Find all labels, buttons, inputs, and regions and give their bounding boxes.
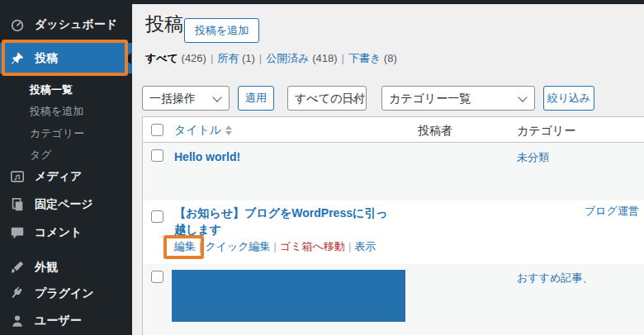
post-title-link[interactable]: Hello world!: [174, 149, 240, 165]
wordpress-admin-screen: ダッシュボード 投稿 投稿一覧 投稿を追加 カテゴリー タグ メディア: [0, 0, 644, 335]
select-row-checkbox[interactable]: [151, 149, 163, 162]
dates-filter-select[interactable]: すべての日付: [287, 86, 367, 111]
redacted-post-title-block[interactable]: [172, 270, 405, 322]
sidebar-item-posts[interactable]: 投稿: [0, 43, 132, 73]
filter-draft-link[interactable]: 下書き: [348, 52, 381, 64]
post-category-link[interactable]: 未分類: [517, 150, 549, 165]
filter-all-count: (426): [182, 52, 206, 64]
select-all-checkbox[interactable]: [151, 124, 163, 136]
pushpin-icon: [9, 50, 26, 67]
plugin-icon: [9, 285, 26, 302]
filter-draft-count: (8): [384, 52, 397, 64]
posts-list-page: 投稿 投稿を追加 すべて (426)|所有 (1)|公開済み (418)|下書き…: [132, 4, 644, 335]
sidebar-subitem-categories[interactable]: カテゴリー: [30, 124, 84, 144]
post-category-link[interactable]: おすすめ記事、: [517, 271, 593, 285]
post-category-link[interactable]: ブログ運営: [585, 204, 639, 219]
submenu-label: 投稿一覧: [30, 83, 73, 97]
sidebar-item-label: プラグイン: [35, 286, 94, 301]
select-row-checkbox[interactable]: [151, 271, 163, 283]
sidebar-item-media[interactable]: メディア: [0, 163, 132, 191]
column-header-category: カテゴリー: [517, 124, 575, 139]
row-actions: 編集|クイック編集|ゴミ箱へ移動|表示: [174, 239, 376, 254]
filter-separator: |: [206, 52, 217, 64]
sidebar-item-plugins[interactable]: プラグイン: [0, 280, 132, 308]
filter-mine-link[interactable]: 所有: [217, 52, 239, 64]
bulk-actions-select[interactable]: 一括操作: [142, 86, 230, 111]
column-title-label: タイトル: [174, 123, 221, 138]
post-title-link[interactable]: 【お知らせ】ブログをWordPressに引っ越します: [174, 205, 399, 238]
sidebar-item-comments[interactable]: コメント: [0, 219, 132, 247]
media-icon: [9, 168, 26, 185]
trash-link[interactable]: ゴミ箱へ移動: [280, 240, 345, 252]
sidebar-item-label: 固定ページ: [35, 197, 93, 212]
filter-button[interactable]: 絞り込み: [543, 86, 594, 111]
table-row: Hello world! 未分類: [143, 143, 644, 201]
categories-filter-select[interactable]: カテゴリー一覧: [381, 86, 535, 111]
current-menu-arrow-icon: [124, 53, 131, 64]
filter-separator: |: [255, 52, 266, 64]
admin-bar: [0, 0, 644, 4]
sidebar-item-label: 外観: [35, 260, 58, 275]
sidebar-item-label: ユーザー: [35, 314, 82, 328]
sidebar-subitem-add-post[interactable]: 投稿を追加: [30, 101, 83, 121]
apply-button[interactable]: 適用: [238, 86, 274, 111]
table-row: おすすめ記事、: [143, 264, 644, 335]
action-separator: |: [271, 240, 280, 252]
filter-separator: |: [338, 52, 348, 64]
edit-link[interactable]: 編集: [174, 240, 196, 252]
sidebar-item-appearance[interactable]: 外観: [0, 253, 132, 281]
filter-mine-count: (1): [242, 52, 255, 64]
action-separator: |: [196, 240, 205, 252]
action-separator: |: [345, 240, 354, 252]
sidebar-item-users[interactable]: ユーザー: [0, 307, 132, 335]
users-icon: [9, 313, 26, 329]
sidebar-item-dashboard[interactable]: ダッシュボード: [0, 11, 132, 39]
appearance-icon: [9, 259, 26, 276]
column-header-title[interactable]: タイトル: [174, 123, 232, 138]
posts-table: タイトル 投稿者 カテゴリー Hello world! 未分類 【お知らせ】ブロ…: [142, 116, 644, 335]
sidebar-item-label: コメント: [35, 225, 82, 240]
select-row-checkbox[interactable]: [151, 210, 163, 223]
filter-published-count: (418): [312, 52, 337, 64]
sidebar-item-label: ダッシュボード: [35, 17, 117, 32]
submenu-label: 投稿を追加: [30, 104, 83, 119]
filter-all-link[interactable]: すべて: [145, 52, 178, 64]
page-title: 投稿: [145, 12, 183, 37]
column-header-author: 投稿者: [418, 124, 452, 139]
sidebar-item-label: メディア: [35, 169, 82, 184]
table-row: 【お知らせ】ブログをWordPressに引っ越します ブログ運営 編集|クイック…: [143, 201, 644, 264]
sort-arrows-icon: [225, 125, 232, 135]
add-new-post-button[interactable]: 投稿を追加: [184, 18, 259, 43]
filter-published-link[interactable]: 公開済み: [266, 52, 309, 64]
comments-icon: [9, 224, 26, 241]
table-header-row: タイトル 投稿者 カテゴリー: [143, 117, 644, 143]
admin-sidebar: ダッシュボード 投稿 投稿一覧 投稿を追加 カテゴリー タグ メディア: [0, 0, 132, 335]
dashboard-icon: [9, 17, 26, 33]
view-link[interactable]: 表示: [354, 240, 376, 252]
sidebar-subitem-post-list[interactable]: 投稿一覧: [30, 80, 73, 100]
quick-edit-link[interactable]: クイック編集: [205, 240, 270, 252]
sidebar-item-label: 投稿: [35, 51, 58, 66]
sidebar-item-pages[interactable]: 固定ページ: [0, 191, 132, 219]
pages-icon: [9, 196, 26, 213]
submenu-label: タグ: [30, 148, 52, 163]
submenu-label: カテゴリー: [30, 126, 84, 141]
post-status-filters: すべて (426)|所有 (1)|公開済み (418)|下書き (8): [145, 51, 397, 66]
